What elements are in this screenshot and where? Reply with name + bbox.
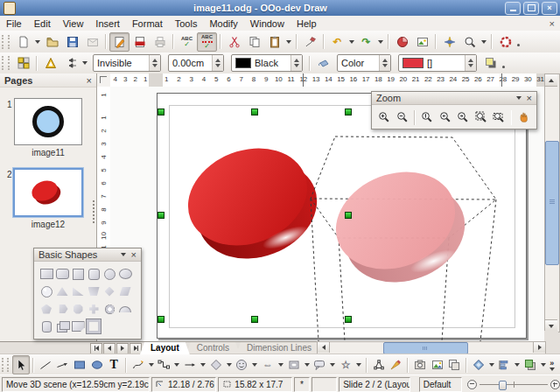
rotate-tool-button[interactable]: [470, 355, 487, 374]
line-arrow-end-tool-button[interactable]: [53, 355, 71, 374]
snapshot-button[interactable]: [411, 355, 429, 374]
shape-cube-button[interactable]: [57, 324, 67, 332]
arrow-style-dropdown-icon[interactable]: [82, 61, 88, 65]
horizontal-ruler[interactable]: 4321 12345678910111213141516171819202122…: [110, 74, 544, 88]
basic-shapes-tool-button[interactable]: [207, 355, 225, 374]
zoom-out-button[interactable]: [394, 108, 412, 127]
layer-tab[interactable]: Dimension Lines: [236, 342, 322, 354]
callouts-tool-button[interactable]: [312, 355, 329, 374]
gallery-stack-button[interactable]: [445, 355, 463, 374]
line-color-combo[interactable]: Black: [231, 54, 303, 72]
flowchart-dropdown-icon[interactable]: [304, 363, 310, 367]
chart-button[interactable]: [392, 32, 412, 52]
menu-item[interactable]: Insert: [89, 18, 126, 30]
shape-rounded-rectangle-button[interactable]: [56, 269, 69, 279]
shape-folded-corner-button[interactable]: [72, 321, 85, 332]
symbol-shapes-tool-button[interactable]: [234, 355, 251, 374]
navigator-button[interactable]: [439, 32, 459, 52]
block-arrows-tool-button[interactable]: ⇔: [259, 355, 276, 374]
fill-color-combo[interactable]: []: [398, 54, 477, 72]
alignment-dropdown-icon[interactable]: [514, 363, 520, 367]
autospellcheck-button[interactable]: ABC✓: [197, 32, 217, 52]
prev-tab-button[interactable]: [103, 343, 116, 354]
text-tool-button[interactable]: T: [105, 355, 122, 374]
open-button[interactable]: [42, 32, 62, 52]
shape-pentagon-button[interactable]: [41, 304, 52, 314]
spellcheck-button[interactable]: ABC✓: [177, 32, 197, 52]
toolbar-grip[interactable]: [2, 35, 10, 49]
fill-type-combo[interactable]: Color: [337, 54, 391, 72]
alignment-button[interactable]: [496, 355, 514, 374]
shape-rectangle-button[interactable]: [40, 269, 53, 279]
toolbar-overflow-icon[interactable]: [502, 66, 505, 68]
zoom-previous-button[interactable]: [436, 108, 454, 127]
zoom-palette-close-icon[interactable]: ×: [527, 93, 532, 103]
shape-cylinder-button[interactable]: [42, 321, 52, 332]
scroll-right-button[interactable]: [533, 342, 545, 353]
zoom-slider[interactable]: [467, 380, 560, 389]
zoom-slider-thumb[interactable]: [499, 381, 507, 390]
flowchart-tool-button[interactable]: [285, 355, 303, 374]
help-button[interactable]: [495, 32, 515, 52]
new-document-button[interactable]: [13, 32, 33, 52]
zoom-in-button[interactable]: [375, 108, 394, 127]
scroll-up-button[interactable]: [545, 74, 557, 87]
menu-item[interactable]: Edit: [28, 18, 57, 30]
page-style-cell[interactable]: Default: [419, 377, 462, 392]
line-tool-button[interactable]: [37, 355, 54, 374]
arrange-dropdown-icon[interactable]: [541, 363, 546, 367]
shape-cross-button[interactable]: [89, 304, 99, 314]
drawbar-overflow-button[interactable]: »: [548, 360, 556, 371]
paste-button[interactable]: [264, 32, 284, 52]
stars-dropdown-icon[interactable]: [356, 363, 361, 367]
shape-hexagon-button[interactable]: [57, 304, 68, 313]
line-style-combo[interactable]: Invisible: [93, 54, 161, 72]
zoom-page-button[interactable]: [472, 108, 491, 127]
glue-points-button[interactable]: [387, 355, 404, 374]
email-document-button[interactable]: [82, 32, 102, 52]
shape-circle-button[interactable]: [104, 269, 116, 280]
cut-button[interactable]: [224, 32, 244, 52]
redo-dropdown-icon[interactable]: [378, 40, 383, 44]
next-tab-button[interactable]: [116, 343, 129, 354]
zoom-palette-dropdown-icon[interactable]: [516, 96, 522, 100]
fill-type-spin[interactable]: [379, 55, 390, 71]
shape-right-triangle-button[interactable]: [73, 287, 84, 296]
shape-ring-button[interactable]: [105, 304, 115, 314]
curve-tool-button[interactable]: [130, 355, 147, 374]
menu-item[interactable]: View: [57, 18, 90, 30]
zoom-100-button[interactable]: [418, 108, 437, 127]
area-dialog-icon[interactable]: [313, 53, 333, 73]
zoom-palette-titlebar[interactable]: Zoom ×: [372, 92, 536, 105]
undo-dropdown-icon[interactable]: [349, 40, 354, 44]
shape-octagon-button[interactable]: [74, 304, 83, 314]
pages-panel-close-icon[interactable]: ×: [87, 75, 92, 86]
close-button[interactable]: ×: [542, 2, 557, 15]
menu-item[interactable]: File: [0, 18, 28, 30]
first-tab-button[interactable]: [90, 343, 102, 354]
maximize-button[interactable]: [523, 2, 539, 15]
menu-item[interactable]: Window: [244, 18, 290, 30]
pan-hand-button[interactable]: [514, 108, 533, 127]
styles-grid-icon[interactable]: [13, 53, 33, 73]
shape-diamond-button[interactable]: [105, 287, 115, 297]
scroll-down-button[interactable]: [545, 319, 557, 332]
zoom-dropdown-icon[interactable]: [481, 40, 486, 44]
connector-tool-button[interactable]: [156, 355, 173, 374]
last-tab-button[interactable]: [130, 343, 142, 354]
cursor-position-cell[interactable]: 12.18 / 2.76: [151, 377, 216, 392]
ellipse-tool-button[interactable]: [88, 355, 106, 374]
fontwork-icon[interactable]: [40, 53, 60, 73]
copy-button[interactable]: [244, 32, 264, 52]
gallery-button[interactable]: [412, 32, 432, 52]
fill-color-spin[interactable]: [465, 55, 476, 71]
edit-points-button[interactable]: [370, 355, 388, 374]
shape-block-arc-button[interactable]: [119, 306, 131, 312]
line-width-spin[interactable]: [212, 55, 223, 71]
shape-square-button[interactable]: [73, 269, 84, 280]
export-pdf-button[interactable]: [130, 32, 150, 52]
menu-item[interactable]: Modify: [203, 18, 243, 30]
slide-indicator[interactable]: Slide 2 / 2 (Layout): [339, 377, 410, 392]
new-dropdown-icon[interactable]: [35, 40, 40, 44]
basic-shapes-titlebar[interactable]: Basic Shapes ×: [34, 248, 141, 262]
